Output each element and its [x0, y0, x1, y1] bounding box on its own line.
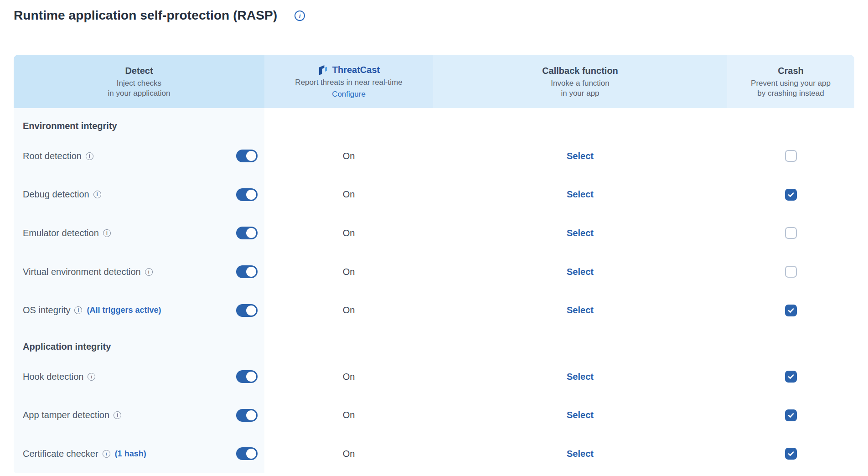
select-callback-link[interactable]: Select	[567, 449, 594, 459]
page-title: Runtime application self-protection (RAS…	[14, 8, 277, 23]
section-header-application-integrity: Application integrity	[14, 330, 264, 357]
column-header-crash: Crash Prevent using your appby crashing …	[727, 55, 854, 108]
threatcast-column-title: ThreatCast	[332, 65, 380, 75]
row-app-tamper-detection: App tamper detection i	[14, 396, 264, 435]
threatcast-status-cell: On	[264, 176, 433, 214]
threatcast-heading: ThreatCast	[318, 65, 380, 75]
callback-cell: Select	[433, 214, 727, 253]
threatcast-status: On	[343, 305, 355, 316]
section-spacer	[433, 330, 727, 357]
row-label: OS integrity	[23, 305, 70, 316]
threatcast-status: On	[343, 151, 355, 161]
info-icon[interactable]: i	[103, 450, 110, 458]
detect-subtitle-line2: in your application	[108, 89, 170, 98]
row-label: Virtual environment detection	[23, 267, 141, 277]
info-icon[interactable]: i	[74, 306, 82, 314]
row-label: Certificate checker	[23, 449, 98, 459]
crash-cell	[727, 291, 854, 330]
crash-cell	[727, 435, 854, 473]
crash-cell	[727, 396, 854, 435]
column-header-threatcast: ThreatCast Report threats in near real-t…	[264, 55, 433, 108]
row-label: App tamper detection	[23, 410, 109, 420]
column-header-detect: Detect Inject checksin your application	[14, 55, 264, 108]
select-callback-link[interactable]: Select	[567, 189, 594, 200]
crash-cell	[727, 357, 854, 396]
select-callback-link[interactable]: Select	[567, 372, 594, 382]
callback-cell: Select	[433, 253, 727, 291]
crash-checkbox[interactable]	[785, 189, 797, 201]
section-spacer	[264, 330, 433, 357]
crash-checkbox[interactable]	[785, 150, 797, 162]
callback-cell: Select	[433, 396, 727, 435]
callback-cell: Select	[433, 137, 727, 176]
info-icon[interactable]: i	[145, 268, 153, 276]
callback-cell: Select	[433, 176, 727, 214]
detect-toggle[interactable]	[236, 265, 258, 278]
threatcast-status: On	[343, 228, 355, 238]
row-virtual-environment-detection: Virtual environment detection i	[14, 253, 264, 291]
crash-cell	[727, 253, 854, 291]
rasp-info-icon[interactable]: i	[294, 10, 305, 21]
threatcast-logo-icon	[318, 65, 328, 75]
row-label: Root detection	[23, 151, 82, 161]
callback-cell: Select	[433, 291, 727, 330]
detect-toggle[interactable]	[236, 227, 258, 239]
crash-checkbox[interactable]	[785, 266, 797, 278]
select-callback-link[interactable]: Select	[567, 267, 594, 277]
crash-column-subtitle: Prevent using your appby crashing instea…	[751, 78, 831, 98]
threatcast-status: On	[343, 372, 355, 382]
callback-subtitle-line1: Invoke a function	[551, 79, 610, 88]
row-debug-detection: Debug detection i	[14, 176, 264, 214]
select-callback-link[interactable]: Select	[567, 305, 594, 316]
crash-checkbox[interactable]	[785, 409, 797, 421]
detect-toggle[interactable]	[236, 150, 258, 162]
detect-toggle[interactable]	[236, 370, 258, 383]
crash-cell	[727, 214, 854, 253]
row-label: Debug detection	[23, 189, 89, 200]
info-icon[interactable]: i	[88, 373, 95, 381]
threatcast-configure-link[interactable]: Configure	[332, 90, 366, 99]
callback-subtitle-line2: in your app	[561, 89, 599, 98]
threatcast-status: On	[343, 267, 355, 277]
row-emulator-detection: Emulator detection i	[14, 214, 264, 253]
section-spacer	[264, 108, 433, 137]
crash-subtitle-line1: Prevent using your app	[751, 79, 831, 88]
row-os-integrity: OS integrity i (All triggers active)	[14, 291, 264, 330]
crash-column-title: Crash	[778, 66, 804, 76]
section-spacer	[433, 108, 727, 137]
callback-column-title: Callback function	[542, 66, 618, 76]
threatcast-column-subtitle: Report threats in near real-time	[295, 78, 402, 88]
column-header-callback: Callback function Invoke a functionin yo…	[433, 55, 727, 108]
section-spacer	[727, 108, 854, 137]
select-callback-link[interactable]: Select	[567, 228, 594, 238]
crash-checkbox[interactable]	[785, 448, 797, 460]
threatcast-status-cell: On	[264, 291, 433, 330]
threatcast-status-cell: On	[264, 396, 433, 435]
info-icon[interactable]: i	[93, 191, 101, 198]
threatcast-status: On	[343, 449, 355, 459]
callback-cell: Select	[433, 357, 727, 396]
hash-count-link[interactable]: (1 hash)	[115, 449, 146, 459]
detect-toggle[interactable]	[236, 188, 258, 201]
info-icon[interactable]: i	[86, 152, 93, 160]
threatcast-status: On	[343, 189, 355, 200]
rasp-settings-page: Runtime application self-protection (RAS…	[0, 0, 868, 476]
info-icon[interactable]: i	[103, 229, 111, 237]
callback-cell: Select	[433, 435, 727, 473]
threatcast-status-cell: On	[264, 435, 433, 473]
crash-checkbox[interactable]	[785, 227, 797, 239]
detect-toggle[interactable]	[236, 447, 258, 460]
threatcast-status-cell: On	[264, 253, 433, 291]
crash-checkbox[interactable]	[785, 371, 797, 383]
info-icon[interactable]: i	[114, 411, 121, 419]
select-callback-link[interactable]: Select	[567, 151, 594, 161]
callback-column-subtitle: Invoke a functionin your app	[551, 78, 610, 98]
row-label: Hook detection	[23, 372, 83, 382]
detect-toggle[interactable]	[236, 304, 258, 317]
row-label: Emulator detection	[23, 228, 99, 238]
row-hook-detection: Hook detection i	[14, 357, 264, 396]
select-callback-link[interactable]: Select	[567, 410, 594, 420]
detect-toggle[interactable]	[236, 409, 258, 422]
all-triggers-active-link[interactable]: (All triggers active)	[87, 305, 161, 315]
crash-checkbox[interactable]	[785, 305, 797, 316]
